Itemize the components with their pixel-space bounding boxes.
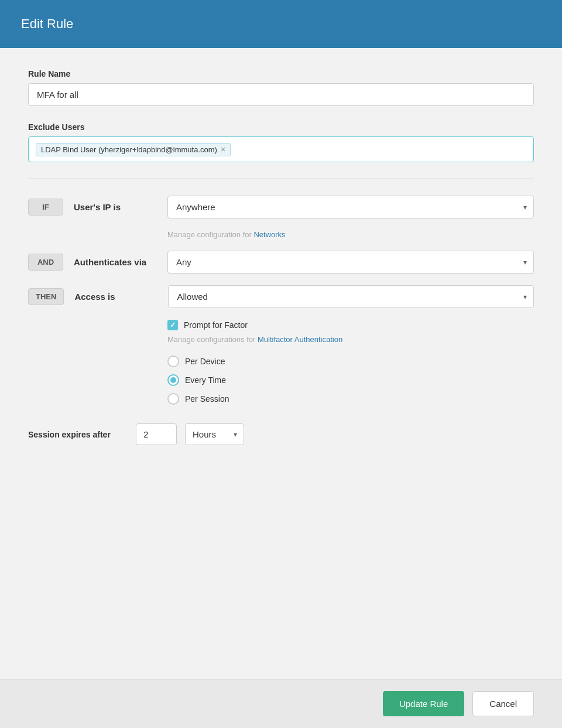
session-unit-select[interactable]: Hours Minutes Days — [185, 423, 244, 445]
mfa-manage-prefix: Manage configurations for — [167, 335, 258, 344]
then-extras: Prompt for Factor Manage configurations … — [167, 320, 534, 405]
radio-every-time[interactable]: Every Time — [167, 374, 534, 386]
rule-name-label: Rule Name — [28, 69, 534, 78]
radio-every-time-button[interactable] — [167, 374, 179, 386]
rule-name-group: Rule Name — [28, 69, 534, 106]
radio-per-session-label: Per Session — [185, 394, 229, 404]
radio-every-time-inner — [170, 377, 176, 383]
tag-text: LDAP Bind User (yherziger+ldapbind@immut… — [41, 145, 217, 154]
exclude-users-input[interactable]: LDAP Bind User (yherziger+ldapbind@immut… — [28, 136, 534, 162]
update-rule-button[interactable]: Update Rule — [383, 691, 464, 716]
session-label: Session expires after — [28, 430, 128, 439]
radio-per-session-button[interactable] — [167, 393, 179, 405]
exclude-users-group: Exclude Users LDAP Bind User (yherziger+… — [28, 122, 534, 162]
networks-manage-prefix: Manage configuration for — [167, 230, 253, 239]
session-unit-container: Hours Minutes Days ▾ — [185, 423, 244, 445]
then-badge: THEN — [28, 288, 64, 305]
radio-group: Per Device Every Time Per Session — [167, 356, 534, 405]
modal-title: Edit Rule — [21, 16, 541, 32]
and-label: Authenticates via — [74, 257, 167, 267]
session-row: Session expires after Hours Minutes Days… — [28, 423, 534, 445]
auth-select[interactable]: Any Password Social IDP — [167, 251, 534, 274]
modal-footer: Update Rule Cancel — [0, 679, 562, 728]
ip-select-container: Anywhere Specific Network Not in Network… — [167, 196, 534, 218]
excluded-user-tag: LDAP Bind User (yherziger+ldapbind@immut… — [36, 143, 231, 156]
networks-manage-link[interactable]: Networks — [253, 230, 285, 239]
radio-every-time-label: Every Time — [185, 375, 226, 385]
prompt-factor-row: Prompt for Factor — [167, 320, 534, 330]
tag-remove-button[interactable]: × — [221, 145, 225, 153]
modal-body: Rule Name Exclude Users LDAP Bind User (… — [0, 48, 562, 679]
session-number-input[interactable] — [136, 423, 177, 445]
exclude-users-label: Exclude Users — [28, 122, 534, 132]
radio-per-device-button[interactable] — [167, 356, 179, 367]
radio-per-device-label: Per Device — [185, 357, 225, 366]
edit-rule-modal: Edit Rule Rule Name Exclude Users LDAP B… — [0, 0, 562, 728]
modal-header: Edit Rule — [0, 0, 562, 48]
access-select[interactable]: Allowed Denied Challenged — [168, 285, 534, 308]
if-row: IF User's IP is Anywhere Specific Networ… — [28, 196, 534, 218]
auth-select-container: Any Password Social IDP ▾ — [167, 251, 534, 274]
networks-manage-text: Manage configuration for Networks — [167, 230, 534, 239]
then-row: THEN Access is Allowed Denied Challenged… — [28, 285, 534, 308]
section-divider — [28, 179, 534, 179]
mfa-manage-text: Manage configurations for Multifactor Au… — [167, 335, 534, 344]
then-label: Access is — [74, 292, 168, 302]
prompt-factor-label: Prompt for Factor — [184, 320, 248, 330]
ip-select[interactable]: Anywhere Specific Network Not in Network — [167, 196, 534, 218]
and-row: AND Authenticates via Any Password Socia… — [28, 251, 534, 274]
mfa-manage-link[interactable]: Multifactor Authentication — [258, 335, 342, 344]
access-select-container: Allowed Denied Challenged ▾ — [168, 285, 534, 308]
if-badge: IF — [28, 199, 63, 216]
rule-name-input[interactable] — [28, 83, 534, 106]
cancel-button[interactable]: Cancel — [472, 691, 534, 716]
radio-per-session[interactable]: Per Session — [167, 393, 534, 405]
and-badge: AND — [28, 254, 63, 271]
prompt-factor-checkbox[interactable] — [167, 320, 178, 330]
if-label: User's IP is — [74, 202, 167, 212]
radio-per-device[interactable]: Per Device — [167, 356, 534, 367]
